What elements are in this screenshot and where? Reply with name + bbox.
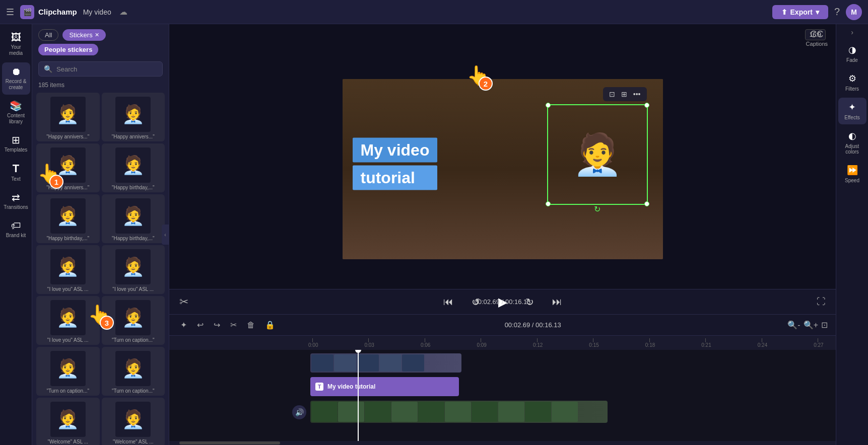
list-item[interactable]: 🧑‍💼 "Happy annivers..." [36, 93, 100, 141]
list-item[interactable]: 🧑‍💼 "Turn on caption..." [36, 347, 100, 396]
search-input[interactable] [56, 65, 157, 73]
frame-thumb [311, 354, 333, 372]
track-content-text[interactable]: T My video tutorial [310, 376, 836, 398]
main-area: 🖼 Your media ⏺ Record & create 📚 Content… [0, 24, 868, 445]
app-logo-icon: 🎬 [20, 5, 34, 19]
time-display: 00:02.69 / 00:16.13 [474, 298, 530, 306]
sidebar-item-record[interactable]: ⏺ Record & create [2, 62, 30, 95]
track-content-main[interactable] [310, 399, 836, 425]
fit-button[interactable]: ⊡ [821, 320, 828, 330]
list-item[interactable]: 🧑‍💼 "Turn on caption..." [102, 347, 165, 396]
filter-close-icon[interactable]: ✕ [95, 32, 99, 38]
scrollbar-thumb[interactable] [179, 441, 280, 444]
magic-tool-button[interactable]: ✦ [177, 318, 190, 332]
sticker-crop-button[interactable]: ⊞ [619, 89, 629, 99]
handle-bl[interactable] [546, 201, 551, 206]
right-panel-effects[interactable]: ✦ Effects [838, 98, 866, 124]
video-clip[interactable] [310, 353, 461, 373]
frame-thumb [338, 402, 364, 422]
zoom-in-button[interactable]: 🔍+ [804, 320, 818, 330]
sticker-figure-icon: 🧑‍💼 [122, 307, 145, 328]
right-panel-speed[interactable]: ⏩ Speed [838, 161, 866, 187]
list-item[interactable]: 🧑‍💼 "Happy annivers..." [102, 93, 165, 141]
list-item[interactable]: 🧑‍💼 "Happy birthday,..." [102, 143, 165, 192]
filters-label: Filters [845, 86, 859, 92]
sticker-more-button[interactable]: ••• [631, 89, 643, 99]
list-item[interactable]: 🧑‍💼 "I love you" ASL ... [102, 245, 165, 294]
sidebar-label-transitions: Transitions [4, 204, 28, 210]
video-text-overlay[interactable]: My video tutorial [353, 138, 438, 190]
sidebar-item-transitions[interactable]: ⇄ Transitions [2, 188, 30, 214]
skip-back-button[interactable]: ⏮ [439, 294, 457, 310]
video-subtitle-box[interactable]: tutorial [353, 166, 438, 190]
list-item[interactable]: 🧑‍💼 "Welcome" ASL ... [102, 398, 165, 445]
handle-tr[interactable] [644, 103, 649, 108]
export-button[interactable]: ⬆ Export ▾ [772, 5, 828, 19]
sidebar-item-content-library[interactable]: 📚 Content library [2, 97, 30, 129]
sidebar: 🖼 Your media ⏺ Record & create 📚 Content… [0, 24, 32, 445]
right-panel-filters[interactable]: ⚙ Filters [838, 69, 866, 96]
sticker-resize-button[interactable]: ⊡ [607, 89, 617, 99]
sticker-rotate-handle[interactable]: ↻ [594, 204, 600, 214]
sidebar-item-templates[interactable]: ⊞ Templates [2, 131, 30, 157]
captions-button[interactable]: CC Captions [806, 29, 828, 47]
right-panel-collapse-button[interactable]: › [851, 28, 853, 36]
timeline-scrollbar[interactable] [169, 441, 836, 445]
track-content-video[interactable] [310, 352, 836, 374]
help-button[interactable]: ? [834, 6, 840, 18]
undo-button[interactable]: ↩ [194, 318, 207, 332]
zoom-out-button[interactable]: 🔍- [787, 320, 800, 330]
lock-button[interactable]: 🔒 [262, 318, 278, 332]
fullscreen-button[interactable]: ⛶ [817, 296, 826, 307]
right-panel-adjust-colors[interactable]: ◐ Adjust colors [838, 126, 866, 159]
list-item[interactable]: 🧑‍💼 "Happy annivers..." [36, 143, 100, 192]
sidebar-item-your-media[interactable]: 🖼 Your media [2, 28, 30, 60]
delete-button[interactable]: 🗑 [244, 319, 258, 332]
handle-br[interactable] [644, 201, 649, 206]
list-item[interactable]: 🧑‍💼 "Turn on caption..." [102, 296, 165, 345]
list-item[interactable]: 🧑‍💼 "Happy birthday,..." [36, 194, 100, 243]
filter-stickers[interactable]: Stickers ✕ [62, 29, 105, 41]
sticker-grid: 🧑‍💼 "Happy annivers..." 🧑‍💼 "Happy anniv… [32, 91, 169, 445]
search-bar[interactable]: 🔍 [38, 61, 163, 77]
timeline-time-display: 00:02.69 / 00:16.13 [282, 321, 783, 329]
right-panel-fade[interactable]: ◑ Fade [838, 40, 866, 67]
frame-thumb [418, 402, 444, 422]
user-avatar[interactable]: M [846, 4, 862, 20]
table-row [169, 352, 836, 374]
sidebar-item-text[interactable]: T Text [2, 159, 30, 186]
redo-button[interactable]: ↪ [211, 318, 223, 332]
ruler-mark: 0:06 [421, 342, 430, 348]
main-video-clip[interactable] [310, 401, 608, 423]
video-title-display[interactable]: My video [83, 8, 111, 16]
skip-forward-button[interactable]: ⏭ [548, 294, 566, 310]
text-clip[interactable]: T My video tutorial [310, 377, 459, 396]
effects-icon: ✦ [848, 102, 856, 113]
ruler-mark: 0:15 [589, 342, 598, 348]
table-row: T My video tutorial [169, 376, 836, 398]
handle-tl[interactable] [546, 103, 551, 108]
sticker-figure-icon: 🧑‍💼 [122, 358, 145, 379]
frame-thumb [525, 402, 551, 422]
list-item[interactable]: 🧑‍💼 "Welcome" ASL ... [36, 398, 100, 445]
speed-label: Speed [845, 178, 859, 183]
track-label-main: 🔊 [169, 405, 310, 419]
panel-collapse-button[interactable]: ‹ [162, 225, 169, 245]
sidebar-item-brand-kit[interactable]: 🏷 Brand kit [2, 216, 30, 243]
menu-button[interactable]: ☰ [6, 7, 14, 18]
frame-thumb [365, 402, 391, 422]
cut-button[interactable]: ✂ [227, 318, 240, 332]
sidebar-label-brand-kit: Brand kit [6, 233, 26, 239]
filter-all[interactable]: All [38, 29, 58, 41]
list-item[interactable]: 🧑‍💼 "I love you" ASL ... [36, 296, 100, 345]
people-stickers-chip[interactable]: People stickers [38, 44, 98, 55]
ruler-mark: 0:24 [758, 342, 767, 348]
list-item[interactable]: 🧑‍💼 "Happy birthday,..." [102, 194, 165, 243]
list-item[interactable]: 🧑‍💼 "I love you" ASL ... [36, 245, 100, 294]
audio-icon[interactable]: 🔊 [292, 405, 306, 419]
topbar-right: ⬆ Export ▾ ? M [772, 4, 862, 20]
video-title-box[interactable]: My video [353, 138, 438, 163]
content-library-icon: 📚 [10, 101, 22, 111]
add-sticker-button[interactable]: ✂ [179, 295, 188, 309]
sticker-overlay[interactable]: 🧑‍💼 ↻ ⊡ ⊞ ••• [547, 104, 648, 205]
